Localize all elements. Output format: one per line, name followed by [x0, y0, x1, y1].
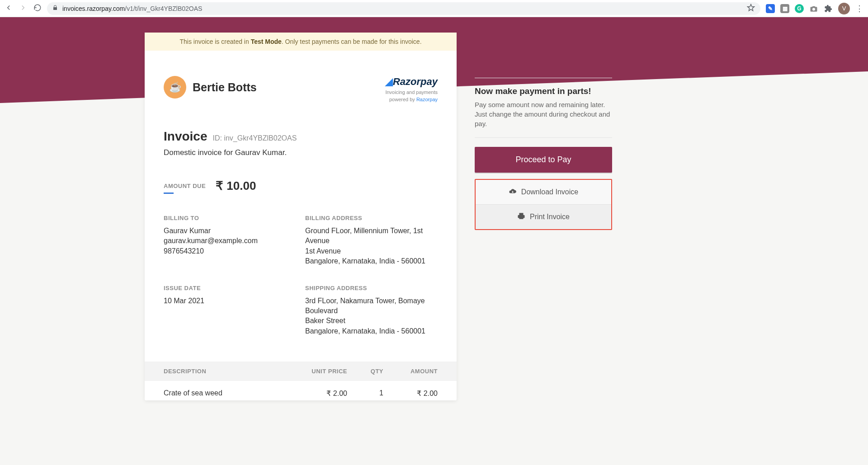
extensions-puzzle-icon[interactable]: [824, 4, 833, 13]
printer-icon: [517, 212, 525, 222]
side-title: Now make payment in parts!: [475, 86, 612, 96]
amount-due-label: AMOUNT DUE: [164, 183, 206, 189]
extension-icons: ✎ ▦ G V ⋮: [766, 3, 863, 14]
billing-to-block: BILLING TO Gaurav Kumar gaurav.kumar@exa…: [164, 215, 296, 267]
profile-avatar[interactable]: V: [838, 3, 850, 14]
print-invoice-button[interactable]: Print Invoice: [476, 205, 611, 229]
issue-date-block: ISSUE DATE 10 Mar 2021: [164, 285, 296, 337]
invoice-id: ID: inv_Gkr4YBZlB02OAS: [212, 134, 297, 142]
proceed-to-pay-button[interactable]: Proceed to Pay: [475, 147, 612, 173]
browser-menu-icon[interactable]: ⋮: [855, 4, 863, 14]
browser-toolbar: invoices.razorpay.com/v1/t/inv_Gkr4YBZlB…: [0, 0, 868, 17]
test-mode-banner: This invoice is created in Test Mode. On…: [145, 33, 457, 51]
url-bar[interactable]: invoices.razorpay.com/v1/t/inv_Gkr4YBZlB…: [47, 2, 760, 15]
side-panel: Now make payment in parts! Pay some amou…: [475, 33, 612, 230]
razorpay-link[interactable]: Razorpay: [416, 97, 438, 102]
url-text: invoices.razorpay.com/v1/t/inv_Gkr4YBZlB…: [62, 5, 202, 12]
secondary-actions-highlighted: Download Invoice Print Invoice: [475, 179, 612, 230]
invoice-description: Domestic invoice for Gaurav Kumar.: [164, 148, 438, 157]
merchant-logo: ☕: [164, 76, 186, 99]
side-text: Pay some amount now and remaining later.…: [475, 100, 612, 128]
download-invoice-button[interactable]: Download Invoice: [476, 180, 611, 205]
invoice-heading: Invoice: [164, 129, 207, 144]
extension-icon[interactable]: ▦: [780, 4, 789, 13]
razorpay-branding: ◢Razorpay Invoicing and payments powered…: [385, 76, 438, 102]
lock-icon: [52, 5, 58, 12]
bookmark-star-icon[interactable]: [747, 4, 755, 13]
nav-reload-icon[interactable]: [33, 4, 42, 14]
line-item-row: Crate of sea weed ₹ 2.00 1 ₹ 2.00: [145, 381, 457, 400]
camera-icon[interactable]: [809, 4, 818, 13]
cloud-download-icon: [509, 187, 517, 197]
grammarly-icon[interactable]: G: [795, 4, 804, 13]
amount-due-value: ₹ 10.00: [216, 179, 256, 193]
extension-icon[interactable]: ✎: [766, 4, 775, 13]
billing-address-block: BILLING ADDRESS Ground FLoor, Millennium…: [305, 215, 438, 267]
shipping-address-block: SHIPPING ADDRESS 3rd FLoor, Nakamura Tow…: [305, 285, 438, 337]
nav-forward-icon[interactable]: [19, 4, 27, 14]
line-items-header: DESCRIPTION UNIT PRICE QTY AMOUNT: [145, 362, 457, 381]
merchant-name: Bertie Botts: [193, 81, 257, 94]
nav-back-icon[interactable]: [5, 4, 13, 14]
invoice-card: This invoice is created in Test Mode. On…: [145, 33, 457, 400]
